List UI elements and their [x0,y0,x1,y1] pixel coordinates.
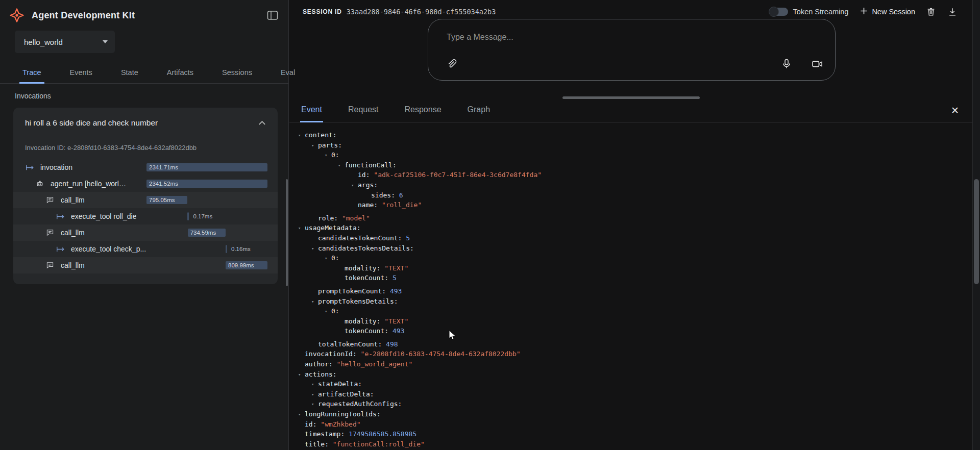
json-line: totalTokenCount: 498 [318,339,972,349]
json-value: "functionCall:roll_die" [329,440,425,448]
trace-duration-bar [187,212,189,220]
json-key: totalTokenCount: [318,340,382,348]
json-line: ▾actions: [298,369,972,380]
app-title: Agent Development Kit [32,10,135,21]
collapse-arrow-icon[interactable]: ▾ [298,131,305,141]
collapse-arrow-icon[interactable]: ▾ [311,399,318,410]
json-value: "adk-caf25106-f0c7-451f-86e4-3c6d7e8f4fd… [370,171,542,179]
tab-event[interactable]: Event [300,98,323,122]
tab-request[interactable]: Request [347,98,380,122]
token-streaming-toggle[interactable] [769,8,788,16]
tab-artifacts[interactable]: Artifacts [164,62,197,84]
collapse-panel-icon[interactable] [266,9,279,22]
json-line: role: "model" [318,213,972,223]
app-root: Agent Development Kit hello_world TraceE… [0,0,980,450]
trace-row[interactable]: invocation2341.71ms [13,159,278,176]
json-key: usageMetadata: [305,224,361,232]
sidebar-scrollbar[interactable] [286,179,288,286]
collapse-arrow-icon[interactable]: ▾ [298,223,305,234]
collapse-arrow-icon[interactable]: ▾ [311,390,318,400]
trace-row[interactable]: call_llm734.59ms [13,224,278,241]
json-key: 0: [331,307,339,315]
collapse-arrow-icon[interactable]: ▾ [311,141,318,151]
trace-span-label: agent_run [hello_world_agent] [51,180,127,188]
trace-row[interactable]: call_llm809.99ms [13,257,278,273]
plus-icon [860,7,868,17]
json-line: ▾longRunningToolIds: [298,409,972,419]
collapse-arrow-icon[interactable]: ▾ [311,297,318,307]
json-key: parts: [318,141,342,149]
json-key: tokenCount: [345,327,388,335]
json-line: sides: 6 [371,190,972,201]
new-session-label: New Session [872,8,915,16]
json-line: ▾functionCall: [338,160,972,170]
trace-tree: invocation2341.71msagent_run [hello_worl… [13,159,278,273]
new-session-button[interactable]: New Session [860,7,915,17]
json-line: ▾0: [325,306,972,316]
json-line: modality: "TEXT" [345,316,972,327]
detail-tabs-row: EventRequestResponseGraph ✕ [289,98,972,122]
collapse-arrow-icon[interactable]: ▾ [325,307,331,317]
attach-file-icon[interactable] [445,58,457,70]
invocation-card: hi roll a 6 side dice and check number I… [13,108,278,284]
json-line: promptTokenCount: 493 [318,286,972,296]
json-value: "TEXT" [380,264,408,272]
microphone-icon[interactable] [780,58,793,70]
json-key: candidatesTokensDetails: [318,244,414,252]
span-icon [56,244,66,254]
collapse-arrow-icon[interactable]: ▾ [311,244,318,254]
trace-duration-bar [226,245,227,253]
collapse-arrow-icon[interactable]: ▾ [298,410,305,420]
json-key: title: [305,440,329,448]
agent-select-value: hello_world [24,38,103,46]
token-streaming-label: Token Streaming [793,8,849,16]
json-key: promptTokensDetails: [318,297,398,305]
json-line: ▾requestedAuthConfigs: [311,399,972,409]
collapse-arrow-icon[interactable]: ▾ [325,254,331,264]
tab-sessions[interactable]: Sessions [219,62,255,84]
collapse-arrow-icon[interactable]: ▾ [311,380,318,390]
json-value: "wmZhkbed" [316,420,360,428]
trace-row[interactable]: call_llm795.05ms [13,192,278,208]
json-value: "model" [338,214,370,222]
json-key: tokenCount: [345,274,388,282]
json-line: author: "hello_world_agent" [305,359,972,369]
close-icon[interactable]: ✕ [951,106,959,115]
sidebar-tabs: TraceEventsStateArtifactsSessionsEval [0,62,288,84]
message-input[interactable] [428,19,835,80]
trace-span-label: execute_tool roll_die [71,212,136,220]
chevron-down-icon [103,40,108,43]
trace-duration-label: 809.99ms [228,261,254,269]
delete-session-icon[interactable] [925,6,937,17]
tab-graph[interactable]: Graph [467,98,491,122]
camera-icon[interactable] [811,58,823,70]
sidebar-header: Agent Development Kit [0,0,288,31]
chevron-up-icon[interactable] [256,117,267,129]
tab-trace[interactable]: Trace [19,62,44,84]
vertical-scrollbar[interactable] [974,179,979,284]
json-key: args: [358,181,378,189]
collapse-arrow-icon[interactable]: ▾ [325,151,331,161]
session-id-label: SESSION ID [303,8,342,15]
agent-select[interactable]: hello_world [15,31,115,53]
json-key: role: [318,214,338,222]
trace-row[interactable]: agent_run [hello_world_agent]2341.52ms [13,176,278,192]
span-icon [56,212,66,221]
download-icon[interactable] [947,6,958,17]
trace-span-label: execute_tool check_p... [71,245,146,253]
collapse-arrow-icon[interactable]: ▾ [298,370,305,380]
collapse-arrow-icon[interactable]: ▾ [351,181,358,191]
trace-row[interactable]: execute_tool check_p...0.16ms [13,241,278,257]
tab-response[interactable]: Response [404,98,443,122]
json-key: modality: [345,317,380,325]
chat-icon [46,195,56,205]
trace-row[interactable]: execute_tool roll_die0.17ms [13,208,278,224]
json-line: ▾promptTokensDetails: [311,296,972,307]
tab-state[interactable]: State [118,62,141,84]
invocation-header[interactable]: hi roll a 6 side dice and check number [13,108,278,138]
json-key: 0: [331,151,339,159]
chat-icon [46,261,56,270]
tab-events[interactable]: Events [67,62,95,84]
json-key: actions: [305,370,337,378]
collapse-arrow-icon[interactable]: ▾ [338,161,345,171]
